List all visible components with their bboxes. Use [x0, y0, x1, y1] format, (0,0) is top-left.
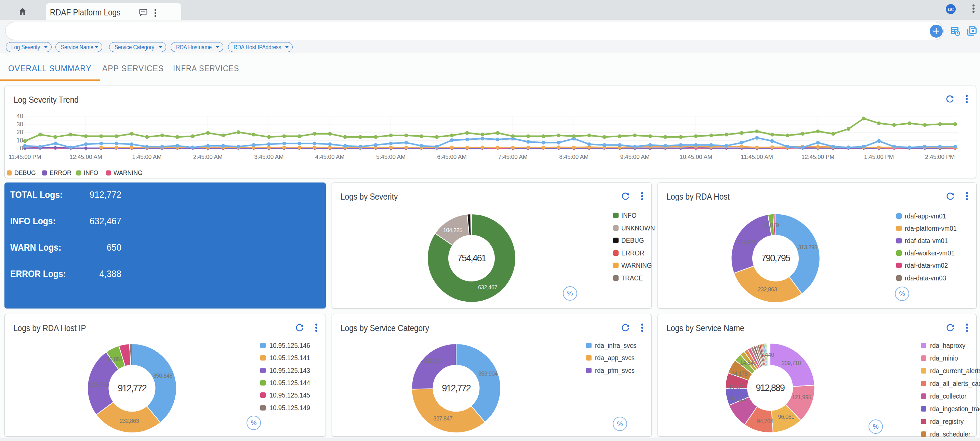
- svg-text:40: 40: [16, 113, 23, 120]
- svg-text:6:45:00 AM: 6:45:00 AM: [438, 154, 467, 160]
- svg-text:5:45:00 AM: 5:45:00 AM: [376, 154, 406, 160]
- svg-text:3:45:00 AM: 3:45:00 AM: [254, 154, 283, 160]
- svg-text:12:45:00 PM: 12:45:00 PM: [802, 154, 834, 160]
- svg-text:10: 10: [16, 137, 23, 144]
- svg-text:9:45:00 AM: 9:45:00 AM: [620, 154, 650, 160]
- svg-text:2:45:00 AM: 2:45:00 AM: [193, 154, 223, 160]
- svg-text:4:45:00 AM: 4:45:00 AM: [315, 154, 345, 160]
- svg-text:1:45:00 PM: 1:45:00 PM: [864, 154, 894, 160]
- svg-text:10:45:00 AM: 10:45:00 AM: [679, 154, 712, 160]
- svg-text:11:45:00 PM: 11:45:00 PM: [8, 154, 41, 160]
- svg-text:8:45:00 AM: 8:45:00 AM: [559, 154, 589, 160]
- svg-text:30: 30: [16, 121, 23, 128]
- svg-text:1:45:00 AM: 1:45:00 AM: [132, 154, 162, 160]
- svg-text:12:45:00 AM: 12:45:00 AM: [69, 154, 102, 160]
- svg-text:20: 20: [16, 129, 23, 136]
- svg-text:0: 0: [20, 145, 23, 152]
- svg-text:2:45:00 PM: 2:45:00 PM: [925, 154, 955, 160]
- svg-text:11:45:00 AM: 11:45:00 AM: [741, 154, 773, 160]
- svg-text:7:45:00 AM: 7:45:00 AM: [498, 154, 528, 160]
